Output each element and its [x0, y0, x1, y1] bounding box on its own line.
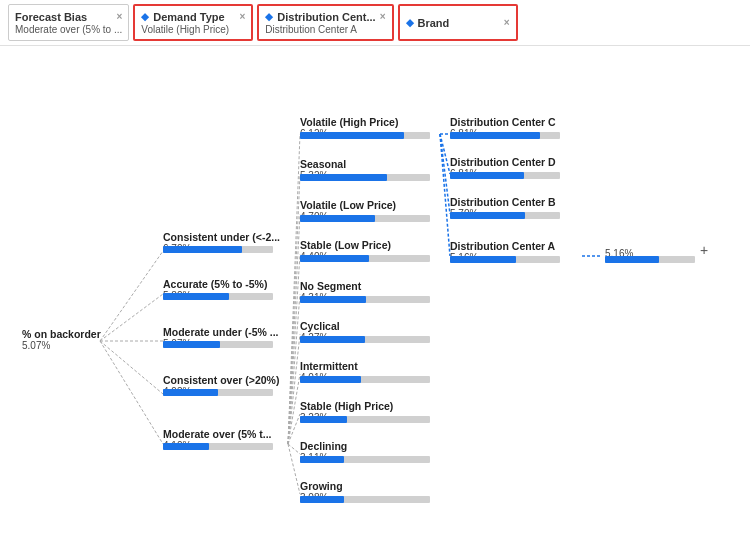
l1-bar-0	[163, 246, 273, 253]
svg-line-17	[440, 134, 450, 214]
filter-chip-header-brand: ◆Brand×	[406, 17, 510, 29]
l1-node-0-name: Consistent under (<-2...	[163, 231, 280, 243]
l3-bar-fill-0	[450, 132, 540, 139]
l2-bar-0	[300, 132, 430, 139]
l2-node-5-name: Cyclical	[300, 320, 340, 332]
svg-line-12	[288, 414, 300, 444]
filter-icon-demand-type: ◆	[141, 11, 149, 22]
l1-bar-fill-2	[163, 341, 220, 348]
l1-bar-1	[163, 293, 273, 300]
l2-bar-1	[300, 174, 430, 181]
svg-line-16	[440, 134, 450, 174]
l2-bar-9	[300, 496, 430, 503]
svg-line-3	[100, 341, 163, 394]
svg-line-7	[288, 214, 300, 444]
l2-bar-fill-7	[300, 416, 347, 423]
svg-line-5	[288, 134, 300, 444]
l1-bar-fill-4	[163, 443, 209, 450]
l1-node-4-name: Moderate over (5% t...	[163, 428, 272, 440]
l1-bar-fill-3	[163, 389, 218, 396]
filter-chip-demand-type[interactable]: ◆Demand Type×Volatile (High Price)	[133, 4, 253, 41]
l1-node-1-name: Accurate (5% to -5%)	[163, 278, 267, 290]
l2-node-2-name: Volatile (Low Price)	[300, 199, 396, 211]
l2-bar-fill-5	[300, 336, 365, 343]
l3-node-0-name: Distribution Center C	[450, 116, 556, 128]
l2-bar-fill-4	[300, 296, 366, 303]
l3-node-3-name: Distribution Center A	[450, 240, 555, 252]
svg-line-4	[100, 341, 163, 444]
filter-close-brand[interactable]: ×	[504, 17, 510, 28]
l3-bar-3	[450, 256, 560, 263]
filter-icon-distribution-center: ◆	[265, 11, 273, 22]
filter-chip-forecast-bias[interactable]: Forecast Bias×Moderate over (5% to ...	[8, 4, 129, 41]
filter-icon-brand: ◆	[406, 17, 414, 28]
filter-close-demand-type[interactable]: ×	[239, 11, 245, 22]
chart-area: % on backorder 5.07% Consistent under (<…	[0, 46, 750, 560]
l3-bar-fill-2	[450, 212, 525, 219]
filter-chip-distribution-center[interactable]: ◆Distribution Cent...×Distribution Cente…	[257, 4, 393, 41]
l2-node-8-name: Declining	[300, 440, 347, 452]
l2-node-3-name: Stable (Low Price)	[300, 239, 391, 251]
l2-bar-6	[300, 376, 430, 383]
l2-bar-5	[300, 336, 430, 343]
svg-line-14	[288, 444, 300, 494]
l1-bar-2	[163, 341, 273, 348]
l2-node-6-name: Intermittent	[300, 360, 358, 372]
svg-line-6	[288, 174, 300, 444]
root-node: % on backorder 5.07%	[22, 328, 101, 351]
filter-chip-value-forecast-bias: Moderate over (5% to ...	[15, 24, 122, 35]
filter-close-distribution-center[interactable]: ×	[380, 11, 386, 22]
l2-bar-fill-8	[300, 456, 344, 463]
filter-chip-value-demand-type: Volatile (High Price)	[141, 24, 245, 35]
l2-bar-fill-3	[300, 255, 369, 262]
l2-node-4-name: No Segment	[300, 280, 361, 292]
svg-line-18	[440, 134, 450, 256]
filter-chip-label-demand-type: Demand Type	[153, 11, 235, 23]
l2-bar-8	[300, 456, 430, 463]
l3-bar-fill-1	[450, 172, 524, 179]
filter-close-forecast-bias[interactable]: ×	[116, 11, 122, 22]
l2-bar-fill-1	[300, 174, 387, 181]
svg-line-13	[288, 444, 300, 454]
l1-bar-3	[163, 389, 273, 396]
svg-line-1	[100, 294, 163, 341]
l2-node-9-name: Growing	[300, 480, 343, 492]
l4-bar-fill-0	[605, 256, 659, 263]
l2-bar-4	[300, 296, 430, 303]
filter-chip-value-distribution-center: Distribution Center A	[265, 24, 385, 35]
filter-chip-header-forecast-bias: Forecast Bias×	[15, 11, 122, 23]
svg-line-11	[288, 374, 300, 444]
l1-bar-fill-0	[163, 246, 242, 253]
filter-chip-label-brand: Brand	[418, 17, 500, 29]
expand-icon[interactable]: +	[700, 242, 708, 258]
root-node-value: 5.07%	[22, 340, 101, 351]
l2-node-1-name: Seasonal	[300, 158, 346, 170]
l2-node-0-name: Volatile (High Price)	[300, 116, 398, 128]
l1-node-3-name: Consistent over (>20%)	[163, 374, 279, 386]
l3-bar-2	[450, 212, 560, 219]
filter-chip-label-distribution-center: Distribution Cent...	[277, 11, 375, 23]
filter-chip-label-forecast-bias: Forecast Bias	[15, 11, 112, 23]
l2-bar-fill-0	[300, 132, 404, 139]
l1-bar-4	[163, 443, 273, 450]
l3-node-1-name: Distribution Center D	[450, 156, 556, 168]
l2-node-7-name: Stable (High Price)	[300, 400, 393, 412]
l1-node-2-name: Moderate under (-5% ...	[163, 326, 279, 338]
root-node-name: % on backorder	[22, 328, 101, 340]
filter-chip-header-distribution-center: ◆Distribution Cent...×	[265, 11, 385, 23]
svg-line-10	[288, 334, 300, 444]
svg-line-9	[288, 294, 300, 444]
l2-bar-2	[300, 215, 430, 222]
filters-bar: Forecast Bias×Moderate over (5% to ...◆D…	[0, 0, 750, 46]
l3-bar-fill-3	[450, 256, 516, 263]
l2-bar-7	[300, 416, 430, 423]
l4-bar-0	[605, 256, 695, 263]
svg-line-0	[100, 251, 163, 341]
filter-chip-brand[interactable]: ◆Brand×	[398, 4, 518, 41]
l3-node-2-name: Distribution Center B	[450, 196, 556, 208]
l2-bar-fill-9	[300, 496, 344, 503]
l2-bar-3	[300, 255, 430, 262]
l2-bar-fill-6	[300, 376, 361, 383]
l1-bar-fill-1	[163, 293, 229, 300]
l3-bar-1	[450, 172, 560, 179]
